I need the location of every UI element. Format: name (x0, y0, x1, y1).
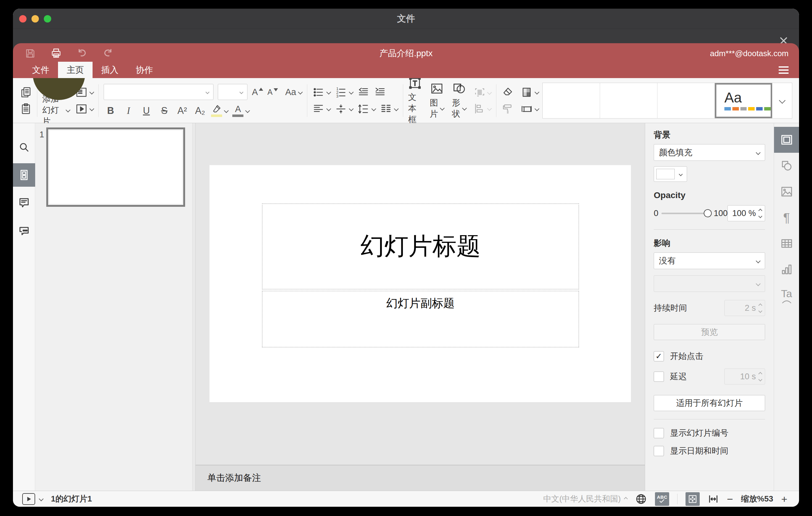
theme-gallery-more-icon[interactable] (772, 83, 792, 118)
start-click-checkbox[interactable]: ✓ (654, 351, 664, 362)
italic-button[interactable]: I (121, 105, 135, 116)
slide-thumbnails-panel: 1 (35, 123, 196, 491)
bullet-list-icon[interactable] (312, 86, 330, 98)
fill-type-select[interactable]: 颜色填充 (654, 144, 765, 161)
ribbon-tabs: 文件 主页 插入 协作 (13, 62, 799, 78)
tab-collaboration[interactable]: 协作 (127, 62, 162, 78)
menu-hamburger-icon[interactable] (779, 69, 788, 71)
vertical-align-icon[interactable] (335, 103, 353, 115)
comments-icon[interactable] (13, 191, 35, 214)
opacity-slider-thumb[interactable] (704, 209, 712, 217)
text-art-settings-icon[interactable]: Ta (774, 282, 799, 308)
decrease-font-icon[interactable]: A (267, 88, 278, 96)
bold-button[interactable]: B (104, 105, 117, 116)
copy-style-icon[interactable] (501, 103, 514, 115)
tab-insert[interactable]: 插入 (92, 62, 127, 78)
align-shape-icon[interactable] (473, 103, 491, 114)
search-icon[interactable] (13, 136, 35, 159)
font-size-select[interactable] (218, 84, 248, 100)
slide-counter: 1的幻灯片1 (51, 493, 92, 504)
increase-indent-icon[interactable] (374, 86, 386, 98)
spell-check-icon[interactable]: ABC (655, 492, 669, 506)
redo-icon[interactable] (101, 47, 115, 60)
editor-canvas[interactable]: 幻灯片标题 幻灯片副标题 (196, 123, 645, 465)
tab-home[interactable]: 主页 (58, 62, 92, 78)
apply-all-slides-button[interactable]: 适用于所有幻灯片 (654, 395, 765, 411)
slide-thumbnail[interactable] (46, 127, 185, 207)
start-slideshow-status-icon[interactable] (22, 493, 35, 505)
font-color-icon[interactable]: A (232, 105, 249, 117)
columns-icon[interactable] (380, 103, 398, 115)
show-date-time-checkbox[interactable] (654, 446, 664, 456)
opacity-spinner[interactable] (727, 205, 765, 221)
insert-shape-button[interactable]: 形状 (452, 82, 466, 119)
horizontal-align-icon[interactable] (312, 103, 330, 115)
notes-area[interactable]: 单击添加备注 (196, 465, 645, 491)
zoom-in-button[interactable]: + (781, 494, 787, 504)
chat-icon[interactable] (13, 219, 35, 242)
font-name-select[interactable] (104, 84, 213, 100)
chart-settings-icon[interactable] (774, 256, 799, 282)
zoom-level: 缩放%53 (741, 493, 773, 504)
line-spacing-icon[interactable] (357, 103, 375, 115)
theme-slot-blank-2[interactable] (600, 83, 658, 118)
tab-file[interactable]: 文件 (24, 62, 58, 78)
slide-size-icon[interactable] (520, 103, 539, 115)
fit-to-slide-icon[interactable] (686, 492, 700, 506)
opacity-value-input[interactable] (730, 209, 759, 218)
preview-button[interactable]: 预览 (654, 324, 765, 340)
show-slide-number-checkbox[interactable] (654, 428, 664, 438)
clear-style-icon[interactable] (501, 86, 514, 98)
zoom-out-button[interactable]: − (727, 494, 733, 504)
start-slideshow-icon[interactable] (75, 103, 93, 115)
opacity-slider[interactable] (662, 212, 704, 214)
fit-to-width-icon[interactable] (708, 493, 719, 505)
print-icon[interactable] (49, 47, 63, 60)
slides-panel-icon[interactable] (13, 163, 35, 187)
theme-slot-blank-1[interactable] (543, 83, 600, 118)
language-selector[interactable]: 中文(中华人民共和国) (543, 493, 627, 504)
save-icon[interactable] (24, 47, 37, 60)
delay-value-input (727, 372, 759, 381)
underline-button[interactable]: U (140, 105, 153, 116)
title-placeholder[interactable]: 幻灯片标题 (262, 203, 579, 289)
close-traffic-light[interactable] (19, 15, 27, 23)
decrease-indent-icon[interactable] (357, 86, 370, 98)
slide-settings-icon[interactable] (774, 127, 799, 153)
paragraph-settings-icon[interactable]: ¶ (774, 205, 799, 231)
opacity-down-icon[interactable] (758, 214, 762, 218)
theme-slot-selected[interactable]: Aa (715, 83, 772, 118)
highlight-color-icon[interactable] (211, 104, 228, 117)
opacity-max-label: 100 (714, 209, 727, 218)
subscript-button[interactable]: A₂ (193, 105, 207, 116)
text-box-button[interactable]: 文本框 (408, 76, 422, 125)
slide[interactable]: 幻灯片标题 幻灯片副标题 (209, 165, 631, 402)
theme-slot-blank-3[interactable] (658, 83, 715, 118)
subtitle-placeholder[interactable]: 幻灯片副标题 (262, 291, 579, 347)
arrange-shape-icon[interactable] (473, 87, 491, 98)
insert-image-button[interactable]: 图片 (430, 82, 444, 119)
opacity-up-icon[interactable] (758, 209, 762, 212)
image-settings-icon[interactable] (774, 179, 799, 205)
undo-icon[interactable] (75, 47, 89, 60)
table-settings-icon[interactable] (774, 231, 799, 256)
shape-settings-icon[interactable] (774, 153, 799, 179)
increase-font-icon[interactable]: A (252, 88, 263, 96)
delay-checkbox[interactable] (654, 372, 664, 382)
color-scheme-icon[interactable] (520, 86, 539, 98)
globe-icon[interactable] (635, 493, 647, 505)
fill-color-swatch[interactable] (654, 166, 687, 182)
copy-icon[interactable] (20, 86, 32, 98)
delay-spinner (724, 369, 765, 384)
effect-select[interactable]: 没有 (654, 253, 765, 269)
change-case-icon[interactable]: Aa (285, 88, 302, 96)
slideshow-options-icon[interactable] (39, 496, 44, 501)
strikethrough-button[interactable]: S (157, 105, 171, 116)
paste-icon[interactable] (20, 103, 32, 115)
zoom-traffic-light[interactable] (44, 15, 51, 23)
superscript-button[interactable]: A² (175, 105, 189, 116)
editor-ribbon: 产品介绍.pptx adm***@dootask.com 文件 主页 插入 协作 (13, 43, 799, 78)
thumbnails-scrollbar[interactable] (192, 123, 195, 491)
numbered-list-icon[interactable]: 123 (335, 86, 353, 98)
minimize-traffic-light[interactable] (31, 15, 39, 23)
